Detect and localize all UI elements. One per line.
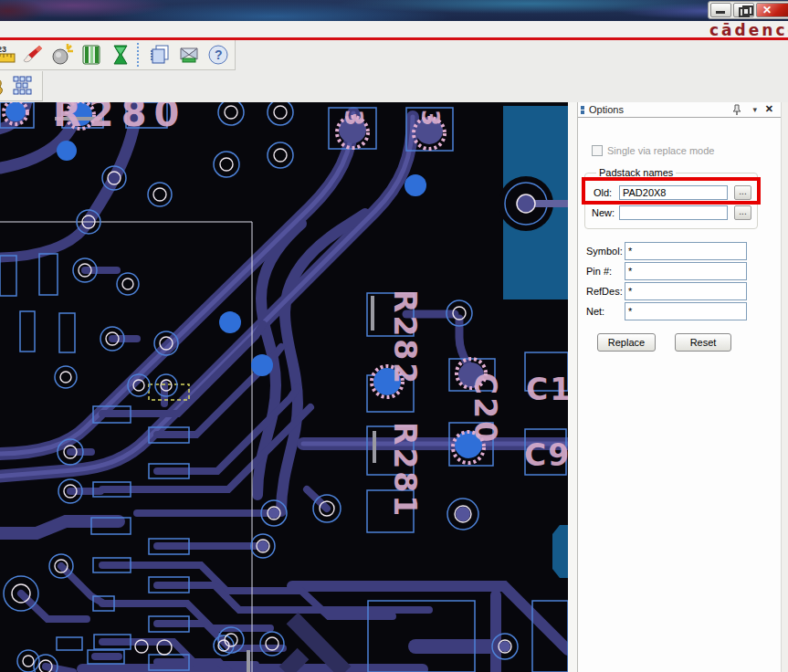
pcb-label: C9 [524, 437, 568, 473]
chevron-down-icon[interactable]: ▾ [752, 105, 757, 114]
single-via-checkbox[interactable] [592, 145, 603, 156]
mail-report-icon[interactable] [177, 43, 201, 67]
logo-band: cādence [0, 21, 788, 37]
single-via-row: Single via replace mode [592, 145, 714, 156]
pcb-label: C20 [468, 373, 503, 445]
new-padstack-input[interactable] [619, 205, 728, 220]
layer-columns-icon[interactable] [79, 43, 103, 67]
toolbar-row-1: 23 ? [0, 40, 788, 71]
symbol-input[interactable] [625, 242, 747, 260]
pcb-label: R280 [53, 102, 186, 134]
copy-objects-icon[interactable] [148, 43, 172, 67]
minimize-button[interactable] [710, 3, 731, 17]
pcb-label: R281 [387, 422, 423, 519]
options-panel: Options ▾ ✕ Single via replace mode Pads… [578, 102, 781, 672]
symbol-label: Symbol: [586, 246, 625, 257]
new-label: New: [592, 207, 619, 218]
new-browse-button[interactable]: ... [734, 205, 751, 220]
close-button[interactable] [756, 3, 788, 17]
svg-text:23: 23 [0, 45, 6, 54]
highlight-brush-icon[interactable] [21, 43, 45, 67]
pcb-label: C1 [526, 372, 568, 407]
panel-right-margin [781, 102, 788, 672]
toolbar-row-2 [0, 71, 788, 102]
options-panel-title: Options [589, 104, 624, 115]
old-padstack-input[interactable] [619, 185, 728, 200]
octagon-pad [552, 525, 568, 578]
pcb-canvas[interactable]: R28033R282C20R281C1C9 [0, 102, 568, 672]
svg-text:?: ? [215, 47, 223, 62]
title-bar[interactable] [0, 0, 788, 21]
refdes-input[interactable] [625, 282, 747, 300]
pcb-label: 3 [340, 110, 367, 126]
measure-ruler-icon[interactable]: 23 [0, 43, 16, 67]
old-label: Old: [594, 187, 619, 198]
options-panel-header[interactable]: Options ▾ ✕ [578, 102, 781, 118]
window-buttons [708, 1, 788, 19]
restore-button[interactable] [733, 3, 754, 17]
single-via-label: Single via replace mode [607, 145, 714, 156]
replace-button[interactable]: Replace [597, 333, 656, 352]
refdes-label: RefDes: [586, 286, 625, 297]
panel-close-icon[interactable]: ✕ [765, 103, 773, 115]
panel-splitter[interactable] [568, 102, 578, 672]
pin-grid-icon[interactable] [11, 74, 35, 98]
net-label: Net: [586, 306, 625, 317]
partial-tool-icon[interactable] [0, 74, 5, 98]
cadence-logo: cādence [709, 21, 788, 37]
help-icon[interactable]: ? [206, 43, 230, 67]
waive-hourglass-icon[interactable] [109, 43, 132, 67]
pin-input[interactable] [625, 262, 747, 280]
old-browse-button[interactable]: ... [734, 185, 751, 200]
pin-label: Pin #: [586, 266, 625, 277]
pcb-label: 3 [416, 110, 444, 126]
pcb-label: R282 [387, 289, 423, 386]
shadow-sphere-icon[interactable] [50, 43, 74, 67]
toolbar-separator [137, 43, 143, 67]
pin-icon[interactable] [731, 104, 742, 116]
reset-button[interactable]: Reset [675, 333, 731, 352]
panel-grip[interactable] [581, 106, 584, 114]
net-input[interactable] [625, 302, 747, 320]
